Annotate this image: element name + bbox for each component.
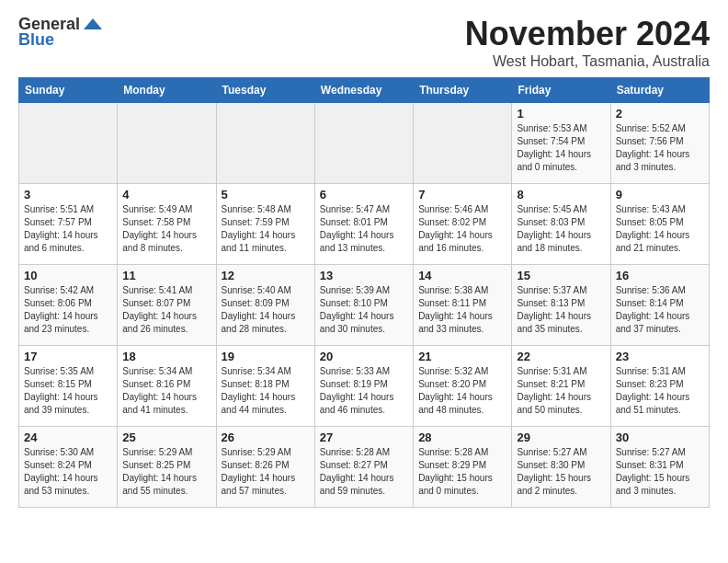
day-info: Sunrise: 5:42 AMSunset: 8:06 PMDaylight:… xyxy=(24,284,112,336)
day-info: Sunrise: 5:30 AMSunset: 8:24 PMDaylight:… xyxy=(24,446,112,498)
header-thursday: Thursday xyxy=(414,78,512,103)
day-info: Sunrise: 5:43 AMSunset: 8:05 PMDaylight:… xyxy=(616,203,704,255)
day-number: 2 xyxy=(616,107,704,121)
svg-marker-0 xyxy=(84,18,102,29)
calendar-cell xyxy=(118,103,216,184)
day-number: 12 xyxy=(222,269,310,282)
day-info: Sunrise: 5:49 AMSunset: 7:58 PMDaylight:… xyxy=(122,203,210,255)
logo-icon xyxy=(82,17,102,31)
calendar-cell xyxy=(19,103,118,184)
day-number: 14 xyxy=(418,269,506,282)
day-number: 11 xyxy=(122,269,210,282)
calendar-cell: 9Sunrise: 5:43 AMSunset: 8:05 PMDaylight… xyxy=(610,184,709,265)
month-title: November 2024 xyxy=(465,15,710,53)
calendar-cell: 7Sunrise: 5:46 AMSunset: 8:02 PMDaylight… xyxy=(414,184,512,265)
calendar-cell: 16Sunrise: 5:36 AMSunset: 8:14 PMDayligh… xyxy=(610,265,709,346)
calendar-week-row: 10Sunrise: 5:42 AMSunset: 8:06 PMDayligh… xyxy=(19,265,710,346)
day-number: 6 xyxy=(320,188,408,201)
day-info: Sunrise: 5:28 AMSunset: 8:29 PMDaylight:… xyxy=(418,446,506,498)
day-info: Sunrise: 5:39 AMSunset: 8:10 PMDaylight:… xyxy=(320,284,408,336)
calendar-cell: 21Sunrise: 5:32 AMSunset: 8:20 PMDayligh… xyxy=(414,346,512,427)
calendar-cell: 4Sunrise: 5:49 AMSunset: 7:58 PMDaylight… xyxy=(118,184,216,265)
calendar-week-row: 1Sunrise: 5:53 AMSunset: 7:54 PMDaylight… xyxy=(19,103,710,184)
day-number: 3 xyxy=(24,188,112,201)
day-info: Sunrise: 5:33 AMSunset: 8:19 PMDaylight:… xyxy=(320,365,408,417)
calendar-cell: 24Sunrise: 5:30 AMSunset: 8:24 PMDayligh… xyxy=(19,427,118,508)
day-info: Sunrise: 5:48 AMSunset: 7:59 PMDaylight:… xyxy=(222,203,310,255)
day-number: 5 xyxy=(222,188,310,201)
day-number: 17 xyxy=(24,350,112,363)
calendar-cell: 20Sunrise: 5:33 AMSunset: 8:19 PMDayligh… xyxy=(314,346,413,427)
day-info: Sunrise: 5:34 AMSunset: 8:18 PMDaylight:… xyxy=(222,365,310,417)
day-number: 20 xyxy=(320,350,408,363)
day-number: 24 xyxy=(24,431,112,444)
calendar-cell: 22Sunrise: 5:31 AMSunset: 8:21 PMDayligh… xyxy=(512,346,610,427)
calendar-cell: 25Sunrise: 5:29 AMSunset: 8:25 PMDayligh… xyxy=(118,427,216,508)
header-saturday: Saturday xyxy=(610,78,709,103)
day-number: 9 xyxy=(616,188,704,201)
day-info: Sunrise: 5:29 AMSunset: 8:26 PMDaylight:… xyxy=(222,446,310,498)
calendar-cell: 30Sunrise: 5:27 AMSunset: 8:31 PMDayligh… xyxy=(610,427,709,508)
calendar-cell: 13Sunrise: 5:39 AMSunset: 8:10 PMDayligh… xyxy=(314,265,413,346)
calendar-cell: 2Sunrise: 5:52 AMSunset: 7:56 PMDaylight… xyxy=(610,103,709,184)
day-info: Sunrise: 5:38 AMSunset: 8:11 PMDaylight:… xyxy=(418,284,506,336)
day-number: 25 xyxy=(122,431,210,444)
calendar-table: Sunday Monday Tuesday Wednesday Thursday… xyxy=(18,77,710,508)
calendar-cell xyxy=(314,103,413,184)
day-info: Sunrise: 5:36 AMSunset: 8:14 PMDaylight:… xyxy=(616,284,704,336)
day-number: 19 xyxy=(222,350,310,363)
day-number: 29 xyxy=(517,431,605,444)
day-number: 13 xyxy=(320,269,408,282)
logo: General Blue xyxy=(18,15,102,50)
calendar-cell: 17Sunrise: 5:35 AMSunset: 8:15 PMDayligh… xyxy=(19,346,118,427)
calendar-week-row: 3Sunrise: 5:51 AMSunset: 7:57 PMDaylight… xyxy=(19,184,710,265)
day-info: Sunrise: 5:47 AMSunset: 8:01 PMDaylight:… xyxy=(320,203,408,255)
day-info: Sunrise: 5:31 AMSunset: 8:21 PMDaylight:… xyxy=(517,365,605,417)
day-number: 26 xyxy=(222,431,310,444)
day-info: Sunrise: 5:45 AMSunset: 8:03 PMDaylight:… xyxy=(517,203,605,255)
calendar-cell: 3Sunrise: 5:51 AMSunset: 7:57 PMDaylight… xyxy=(19,184,118,265)
calendar-cell: 6Sunrise: 5:47 AMSunset: 8:01 PMDaylight… xyxy=(314,184,413,265)
calendar-cell: 23Sunrise: 5:31 AMSunset: 8:23 PMDayligh… xyxy=(610,346,709,427)
day-info: Sunrise: 5:52 AMSunset: 7:56 PMDaylight:… xyxy=(616,122,704,174)
header-wednesday: Wednesday xyxy=(314,78,413,103)
day-info: Sunrise: 5:27 AMSunset: 8:30 PMDaylight:… xyxy=(517,446,605,498)
calendar-cell: 14Sunrise: 5:38 AMSunset: 8:11 PMDayligh… xyxy=(414,265,512,346)
day-info: Sunrise: 5:46 AMSunset: 8:02 PMDaylight:… xyxy=(418,203,506,255)
day-info: Sunrise: 5:29 AMSunset: 8:25 PMDaylight:… xyxy=(122,446,210,498)
day-info: Sunrise: 5:40 AMSunset: 8:09 PMDaylight:… xyxy=(222,284,310,336)
calendar-cell xyxy=(216,103,314,184)
calendar-cell xyxy=(414,103,512,184)
calendar-cell: 19Sunrise: 5:34 AMSunset: 8:18 PMDayligh… xyxy=(216,346,314,427)
day-number: 22 xyxy=(517,350,605,363)
calendar-cell: 8Sunrise: 5:45 AMSunset: 8:03 PMDaylight… xyxy=(512,184,610,265)
header-tuesday: Tuesday xyxy=(216,78,314,103)
day-number: 23 xyxy=(616,350,704,363)
day-info: Sunrise: 5:28 AMSunset: 8:27 PMDaylight:… xyxy=(320,446,408,498)
calendar-week-row: 17Sunrise: 5:35 AMSunset: 8:15 PMDayligh… xyxy=(19,346,710,427)
calendar-week-row: 24Sunrise: 5:30 AMSunset: 8:24 PMDayligh… xyxy=(19,427,710,508)
day-number: 8 xyxy=(517,188,605,201)
location-title: West Hobart, Tasmania, Australia xyxy=(465,53,710,70)
header: General Blue November 2024 West Hobart, … xyxy=(18,15,710,70)
day-info: Sunrise: 5:27 AMSunset: 8:31 PMDaylight:… xyxy=(616,446,704,498)
calendar-cell: 10Sunrise: 5:42 AMSunset: 8:06 PMDayligh… xyxy=(19,265,118,346)
day-info: Sunrise: 5:37 AMSunset: 8:13 PMDaylight:… xyxy=(517,284,605,336)
calendar-cell: 28Sunrise: 5:28 AMSunset: 8:29 PMDayligh… xyxy=(414,427,512,508)
calendar-cell: 11Sunrise: 5:41 AMSunset: 8:07 PMDayligh… xyxy=(118,265,216,346)
calendar-cell: 27Sunrise: 5:28 AMSunset: 8:27 PMDayligh… xyxy=(314,427,413,508)
calendar-cell: 15Sunrise: 5:37 AMSunset: 8:13 PMDayligh… xyxy=(512,265,610,346)
header-sunday: Sunday xyxy=(19,78,118,103)
header-monday: Monday xyxy=(118,78,216,103)
day-info: Sunrise: 5:34 AMSunset: 8:16 PMDaylight:… xyxy=(122,365,210,417)
calendar-cell: 5Sunrise: 5:48 AMSunset: 7:59 PMDaylight… xyxy=(216,184,314,265)
day-number: 4 xyxy=(122,188,210,201)
calendar-cell: 26Sunrise: 5:29 AMSunset: 8:26 PMDayligh… xyxy=(216,427,314,508)
day-number: 27 xyxy=(320,431,408,444)
calendar-cell: 29Sunrise: 5:27 AMSunset: 8:30 PMDayligh… xyxy=(512,427,610,508)
calendar-cell: 18Sunrise: 5:34 AMSunset: 8:16 PMDayligh… xyxy=(118,346,216,427)
day-number: 21 xyxy=(418,350,506,363)
day-info: Sunrise: 5:51 AMSunset: 7:57 PMDaylight:… xyxy=(24,203,112,255)
calendar-cell: 1Sunrise: 5:53 AMSunset: 7:54 PMDaylight… xyxy=(512,103,610,184)
day-number: 10 xyxy=(24,269,112,282)
